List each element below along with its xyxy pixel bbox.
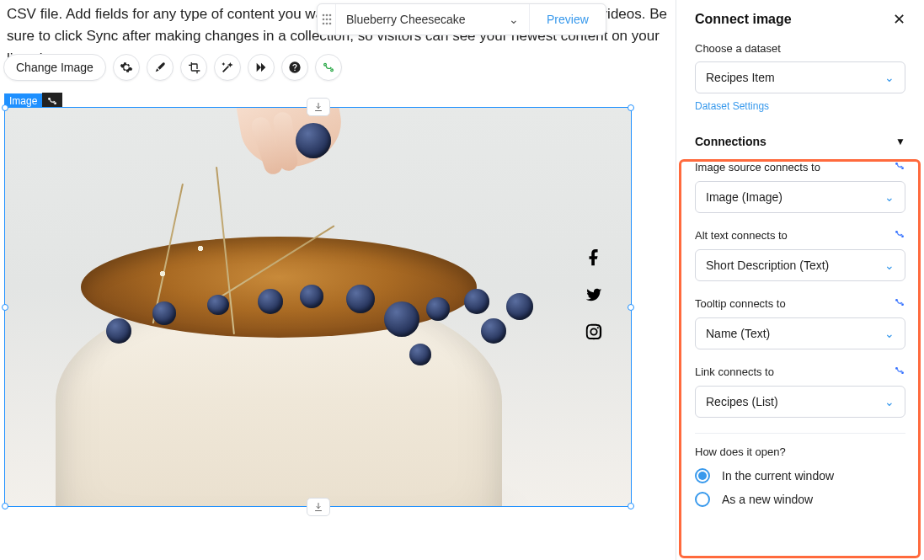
- connection-value: Short Description (Text): [706, 259, 829, 272]
- dynamic-page-toolbar: Blueberry Cheesecake ⌄ Preview: [317, 3, 606, 35]
- open-option-label: In the current window: [722, 469, 834, 483]
- connection-select[interactable]: Name (Text)⌄: [695, 317, 905, 349]
- animation-icon[interactable]: [248, 54, 275, 81]
- chevron-down-icon: ⌄: [884, 327, 895, 340]
- resize-handle[interactable]: [2, 304, 8, 311]
- connection-label: Image source connects to: [695, 161, 820, 173]
- radio-icon: [695, 492, 710, 507]
- connect-icon[interactable]: [894, 228, 905, 243]
- connection-section: Alt text connects toShort Description (T…: [695, 228, 905, 281]
- connection-label: Link connects to: [695, 365, 774, 378]
- dataset-value: Recipes Item: [706, 71, 775, 84]
- connection-select[interactable]: Recipes (List)⌄: [695, 386, 905, 418]
- connection-label: Alt text connects to: [695, 229, 788, 242]
- resize-handle[interactable]: [2, 503, 8, 509]
- resize-handle[interactable]: [628, 304, 634, 311]
- preview-link[interactable]: Preview: [530, 4, 606, 35]
- image-tools-row: Change Image: [3, 54, 342, 81]
- svg-point-1: [325, 14, 328, 17]
- open-option[interactable]: In the current window: [695, 468, 905, 483]
- magic-icon[interactable]: [214, 54, 241, 81]
- image-content: [5, 108, 631, 506]
- divider: [695, 433, 905, 434]
- dataset-label: Choose a dataset: [695, 42, 905, 55]
- open-option[interactable]: As a new window: [695, 492, 905, 507]
- svg-point-4: [325, 19, 328, 21]
- connection-select[interactable]: Short Description (Text)⌄: [695, 249, 905, 281]
- connect-image-panel: Connect image ✕ Choose a dataset Recipes…: [676, 0, 924, 560]
- item-selector[interactable]: Blueberry Cheesecake ⌄: [336, 4, 530, 35]
- connection-section: Tooltip connects toName (Text)⌄: [695, 296, 905, 349]
- connections-label: Connections: [695, 135, 766, 148]
- connect-icon[interactable]: [894, 365, 905, 379]
- connection-section: Image source connects toImage (Image)⌄: [695, 160, 905, 213]
- resize-handle[interactable]: [628, 104, 634, 111]
- instagram-icon[interactable]: [585, 323, 603, 341]
- svg-point-0: [322, 14, 324, 17]
- change-image-button[interactable]: Change Image: [3, 54, 106, 81]
- settings-icon[interactable]: [113, 54, 140, 81]
- open-option-label: As a new window: [722, 493, 813, 506]
- connect-icon[interactable]: [315, 54, 342, 81]
- facebook-icon[interactable]: [585, 248, 603, 267]
- social-icons: [585, 248, 603, 341]
- stretch-handle-top[interactable]: [307, 98, 330, 116]
- connection-value: Image (Image): [706, 190, 782, 204]
- resize-handle[interactable]: [2, 104, 8, 111]
- svg-point-7: [325, 23, 328, 25]
- help-icon[interactable]: [281, 54, 308, 81]
- dataset-select[interactable]: Recipes Item ⌄: [695, 61, 905, 93]
- chevron-down-icon: ⌄: [884, 190, 895, 204]
- panel-title: Connect image: [695, 12, 792, 27]
- connection-value: Name (Text): [706, 327, 770, 340]
- connection-select[interactable]: Image (Image)⌄: [695, 181, 905, 213]
- resize-handle[interactable]: [628, 503, 634, 509]
- connection-label: Tooltip connects to: [695, 297, 786, 310]
- twitter-icon[interactable]: [585, 285, 603, 304]
- connect-icon[interactable]: [894, 296, 905, 311]
- dataset-settings-link[interactable]: Dataset Settings: [695, 100, 769, 112]
- selected-image-frame[interactable]: [4, 107, 632, 507]
- svg-point-8: [328, 23, 331, 25]
- brush-icon[interactable]: [147, 54, 174, 81]
- chevron-down-icon: ⌄: [884, 259, 895, 272]
- open-question: How does it open?: [695, 445, 905, 458]
- svg-point-5: [328, 19, 331, 21]
- svg-point-2: [328, 14, 331, 17]
- crop-icon[interactable]: [180, 54, 207, 81]
- connection-value: Recipes (List): [706, 395, 778, 408]
- chevron-down-icon: ⌄: [884, 395, 895, 408]
- drag-handle-icon[interactable]: [318, 4, 336, 35]
- chevron-down-icon: ⌄: [509, 13, 519, 26]
- svg-point-6: [322, 23, 324, 25]
- radio-icon: [695, 468, 710, 483]
- stretch-handle-bottom[interactable]: [307, 498, 330, 516]
- svg-point-3: [322, 19, 324, 21]
- item-selector-value: Blueberry Cheesecake: [346, 13, 466, 26]
- connections-header[interactable]: Connections ▼: [695, 135, 905, 148]
- close-icon[interactable]: ✕: [893, 10, 905, 29]
- connect-icon[interactable]: [894, 160, 905, 174]
- caret-down-icon: ▼: [895, 136, 905, 147]
- chevron-down-icon: ⌄: [884, 71, 895, 84]
- connection-section: Link connects toRecipes (List)⌄: [695, 365, 905, 418]
